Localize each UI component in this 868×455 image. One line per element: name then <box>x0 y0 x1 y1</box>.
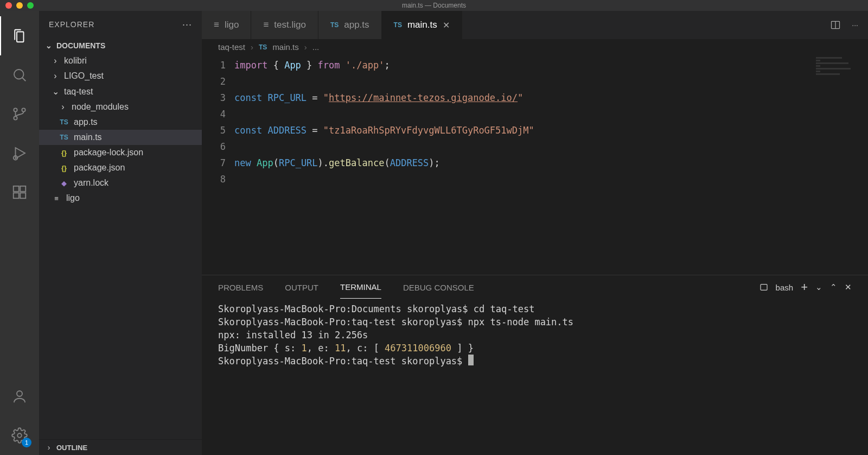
panel-tab-output[interactable]: OUTPUT <box>285 276 318 299</box>
terminal-dropdown-icon[interactable]: ⌄ <box>815 282 822 292</box>
titlebar: main.ts — Documents <box>0 0 868 11</box>
json-file-icon: {} <box>59 149 69 157</box>
sidebar-title: EXPLORER <box>49 20 94 29</box>
breadcrumb-segment[interactable]: taq-test <box>218 42 245 52</box>
svg-point-9 <box>17 391 22 396</box>
activity-account[interactable] <box>0 377 39 416</box>
tab-main-ts[interactable]: TSmain.ts✕ <box>382 11 462 39</box>
tab-label: main.ts <box>407 20 437 30</box>
tab-label: test.ligo <box>274 20 306 30</box>
chevron-right-icon: › <box>251 42 253 52</box>
svg-point-0 <box>14 69 24 79</box>
svg-point-2 <box>22 108 25 111</box>
outline-section[interactable]: › OUTLINE <box>39 439 202 455</box>
tree-folder-taq-test[interactable]: ⌄taq-test <box>39 84 202 99</box>
editor-tabs: ≡ligo ≡test.ligo TSapp.ts TSmain.ts✕ ··· <box>202 11 868 39</box>
outline-label: OUTLINE <box>56 444 87 452</box>
maximize-panel-icon[interactable]: ⌃ <box>830 282 837 292</box>
tree-label: package.json <box>74 163 125 173</box>
tree-label: taq-test <box>64 87 93 97</box>
breadcrumb[interactable]: taq-test › TS main.ts › ... <box>202 39 868 55</box>
tree-file-package-json[interactable]: {}package.json <box>39 160 202 175</box>
tree-file-package-lock-json[interactable]: {}package-lock.json <box>39 145 202 160</box>
svg-rect-7 <box>14 193 19 198</box>
code-content[interactable]: import { App } from './app'; const RPC_U… <box>234 55 868 275</box>
tab-label: ligo <box>225 20 239 30</box>
activity-source-control[interactable] <box>0 94 39 134</box>
chevron-right-icon: › <box>44 443 53 452</box>
line-numbers: 1 2 3 4 5 6 7 8 <box>202 55 234 275</box>
svg-rect-5 <box>14 186 19 192</box>
window-maximize-icon[interactable] <box>27 2 34 9</box>
breadcrumb-segment[interactable]: main.ts <box>272 42 298 52</box>
svg-rect-12 <box>761 285 767 290</box>
lock-file-icon: ◆ <box>59 179 69 187</box>
panel-tab-problems[interactable]: PROBLEMS <box>218 276 263 299</box>
tree-file-app-ts[interactable]: TSapp.ts <box>39 115 202 130</box>
window-close-icon[interactable] <box>5 2 12 9</box>
ts-file-icon: TS <box>259 43 267 51</box>
window-title: main.ts — Documents <box>402 2 466 9</box>
tree-file-yarn-lock[interactable]: ◆yarn.lock <box>39 175 202 191</box>
file-tree: ›kolibri ›LIGO_test ⌄taq-test ›node_modu… <box>39 53 202 206</box>
chevron-down-icon: ⌄ <box>44 41 53 50</box>
more-actions-icon[interactable]: ··· <box>852 21 858 29</box>
tree-label: kolibri <box>64 56 87 66</box>
new-terminal-icon[interactable]: + <box>801 280 808 294</box>
play-bug-icon <box>11 145 28 161</box>
account-icon <box>11 388 28 405</box>
text-file-icon: ≡ <box>214 20 219 30</box>
tree-file-main-ts[interactable]: TSmain.ts <box>39 130 202 145</box>
tree-label: app.ts <box>74 117 98 127</box>
chevron-down-icon: ⌄ <box>51 86 60 97</box>
tab-test-ligo[interactable]: ≡test.ligo <box>251 11 318 39</box>
text-file-icon: ≡ <box>263 20 269 30</box>
window-minimize-icon[interactable] <box>16 2 23 9</box>
chevron-right-icon: › <box>59 102 67 112</box>
panel-tab-debug-console[interactable]: DEBUG CONSOLE <box>403 276 474 299</box>
activity-settings[interactable]: 1 <box>0 416 39 455</box>
chevron-right-icon: › <box>51 56 60 66</box>
settings-badge: 1 <box>22 438 31 447</box>
tree-label: node_modules <box>72 102 129 112</box>
extensions-icon <box>11 184 28 200</box>
split-editor-icon[interactable] <box>830 20 841 30</box>
ts-file-icon: TS <box>59 134 69 141</box>
terminal-shell-name[interactable]: bash <box>776 283 794 292</box>
explorer-root[interactable]: ⌄ DOCUMENTS <box>39 38 202 53</box>
sidebar: EXPLORER ··· ⌄ DOCUMENTS ›kolibri ›LIGO_… <box>39 11 202 455</box>
tree-label: main.ts <box>74 132 102 142</box>
tree-folder-node-modules[interactable]: ›node_modules <box>39 99 202 115</box>
chevron-right-icon: › <box>51 71 60 81</box>
minimap[interactable] <box>816 57 859 79</box>
sidebar-more-icon[interactable]: ··· <box>182 19 192 30</box>
activity-search[interactable] <box>0 55 39 94</box>
activity-extensions[interactable] <box>0 173 39 212</box>
code-editor[interactable]: 1 2 3 4 5 6 7 8 import { App } from './a… <box>202 55 868 275</box>
tree-folder-kolibri[interactable]: ›kolibri <box>39 53 202 68</box>
activity-bar: 1 <box>0 11 39 455</box>
tree-label: package-lock.json <box>74 148 143 157</box>
panel-tab-terminal[interactable]: TERMINAL <box>340 276 381 299</box>
breadcrumb-segment[interactable]: ... <box>312 42 320 52</box>
tab-label: app.ts <box>344 20 369 30</box>
tree-folder-ligo-test[interactable]: ›LIGO_test <box>39 68 202 84</box>
tab-ligo[interactable]: ≡ligo <box>202 11 251 39</box>
json-file-icon: {} <box>59 164 69 172</box>
tab-app-ts[interactable]: TSapp.ts <box>318 11 382 39</box>
activity-debug[interactable] <box>0 134 39 173</box>
branch-icon <box>11 106 28 122</box>
close-panel-icon[interactable]: ✕ <box>845 282 852 292</box>
svg-rect-6 <box>20 186 25 192</box>
svg-point-10 <box>17 433 22 438</box>
tree-label: yarn.lock <box>74 178 108 188</box>
editor-scrollbar[interactable] <box>860 55 868 275</box>
close-icon[interactable]: ✕ <box>443 20 450 30</box>
activity-explorer[interactable] <box>0 16 39 55</box>
text-file-icon: ≡ <box>51 194 62 203</box>
terminal-cursor <box>468 355 474 365</box>
explorer-root-label: DOCUMENTS <box>56 41 105 50</box>
terminal[interactable]: Skoroplyass-MacBook-Pro:Documents skorop… <box>202 299 868 455</box>
tree-file-ligo[interactable]: ≡ligo <box>39 191 202 206</box>
terminal-shell-icon <box>760 283 768 292</box>
